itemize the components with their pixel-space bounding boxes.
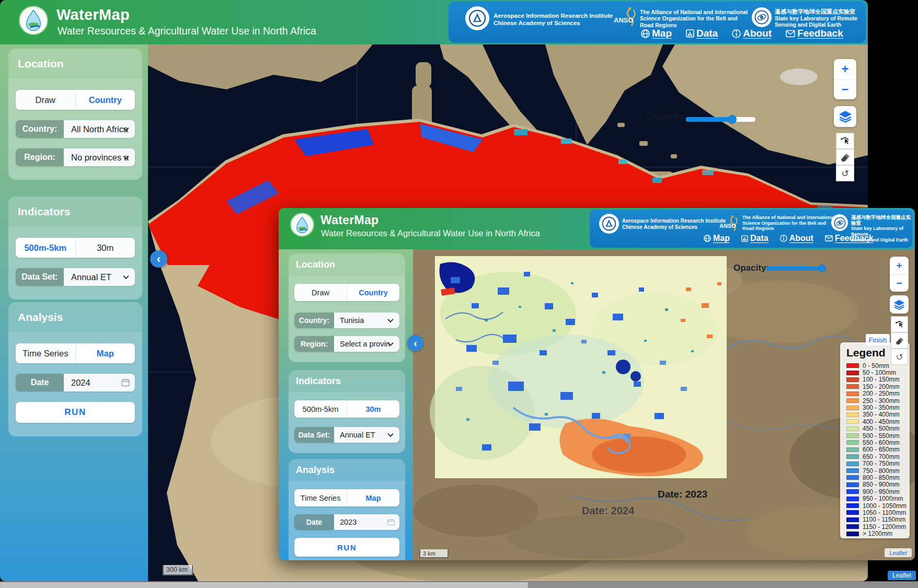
legend-swatch	[846, 371, 859, 375]
chevron-down-icon	[387, 431, 393, 437]
nav-map-link[interactable]: Map	[704, 234, 730, 243]
layers-icon	[893, 299, 905, 310]
date-label: Date	[16, 374, 64, 391]
run-button[interactable]: RUN	[16, 402, 135, 423]
draw-polygon-button[interactable]	[891, 316, 908, 332]
tab-map[interactable]: Map	[347, 489, 399, 506]
date-input[interactable]: 2024	[64, 374, 135, 391]
legend-entry: 50 - 100mm	[846, 369, 905, 376]
app-subtitle: Water Resources & Agricultural Water Use…	[58, 25, 316, 37]
region-field: Region: No provinces a	[16, 148, 135, 166]
legend-entry-label: 400 - 450mm	[863, 419, 900, 425]
tab-30m[interactable]: 30m	[75, 238, 135, 258]
map-date-label: Date: 2023	[658, 489, 707, 500]
leaflet-attribution[interactable]: Leaflet	[885, 548, 912, 557]
tab-draw[interactable]: Draw	[16, 90, 75, 110]
draw-polygon-button[interactable]	[836, 133, 854, 149]
app-title: WaterMap	[56, 6, 130, 24]
tab-time-series[interactable]: Time Series	[16, 343, 75, 363]
date-input[interactable]: 2023	[334, 514, 399, 530]
country-select[interactable]: Tunisia	[334, 313, 399, 328]
legend-entry-label: 900 - 950mm	[863, 489, 900, 495]
legend-swatch	[846, 454, 859, 459]
horizontal-scrollbar[interactable]	[0, 581, 918, 588]
tab-country[interactable]: Country	[75, 90, 135, 110]
opacity-slider-thumb[interactable]	[728, 115, 737, 124]
opacity-slider[interactable]	[766, 267, 823, 271]
run-button[interactable]: RUN	[294, 538, 399, 557]
app-header: WaterMap Water Resources & Agricultural …	[279, 208, 915, 249]
anso-logo: ANSO	[719, 215, 741, 234]
legend-entry-label: 50 - 100mm	[863, 370, 896, 376]
legend-entry-label: 600 - 650mm	[863, 446, 900, 453]
nav-feedback-label: Feedback	[835, 234, 874, 243]
leaflet-attribution-main[interactable]: Leaflet	[888, 571, 916, 580]
opacity-slider-thumb[interactable]	[818, 264, 826, 272]
country-select[interactable]: All North Africa	[64, 120, 135, 138]
nav-map-link[interactable]: Map	[641, 28, 672, 39]
legend-entry: 500 - 550mm	[846, 432, 905, 439]
nav-feedback-link[interactable]: Feedback	[825, 234, 874, 243]
map-canvas[interactable]: Opacity: + − ↺	[413, 249, 915, 560]
layers-button[interactable]	[834, 106, 856, 127]
legend-swatch	[846, 398, 859, 403]
region-label: Region:	[294, 336, 334, 352]
region-select[interactable]: Select a provin	[334, 336, 399, 352]
undo-button[interactable]: ↺	[836, 165, 854, 181]
legend-entry: 400 - 450mm	[846, 418, 905, 425]
nav-about-link[interactable]: About	[780, 234, 813, 243]
legend-entry: 700 - 750mm	[846, 460, 905, 467]
indicators-panel-title: Indicators	[289, 370, 405, 392]
legend-entry: 800 - 850mm	[846, 474, 905, 481]
dataset-select[interactable]: Annual ET	[334, 427, 399, 443]
leaflet-attribution-label: Leaflet	[892, 572, 911, 579]
legend-entry: 600 - 650mm	[846, 446, 905, 453]
resolution-tabs: 500m-5km 30m	[294, 400, 399, 418]
legend-swatch	[846, 447, 859, 452]
sidebar-collapse-button[interactable]: ‹	[407, 335, 423, 351]
region-select[interactable]: No provinces a	[64, 148, 135, 166]
legend-entry: 300 - 350mm	[846, 404, 905, 411]
cas-line1: Aerospace Information Research Institute	[622, 218, 726, 224]
header-nav: Map Data About Feedback	[641, 28, 843, 39]
nav-data-link[interactable]: Data	[686, 28, 718, 39]
opacity-slider[interactable]	[686, 117, 755, 122]
country-field: Country: All North Africa	[16, 120, 135, 138]
dataset-select[interactable]: Annual ET	[64, 268, 135, 286]
eraser-button[interactable]	[836, 149, 854, 165]
scale-bar: 3 km	[419, 549, 449, 558]
region-label: Region:	[16, 148, 64, 166]
tab-time-series[interactable]: Time Series	[294, 489, 347, 506]
tab-500m-5km[interactable]: 500m-5km	[16, 238, 75, 258]
zoom-in-button[interactable]: +	[834, 59, 856, 79]
nav-data-link[interactable]: Data	[741, 234, 768, 243]
analysis-panel: Analysis Time Series Map Date 2023 RUN	[289, 459, 405, 560]
date-value: 2023	[340, 518, 357, 526]
app-title: WaterMap	[320, 213, 378, 227]
dataset-field: Data Set: Annual ET	[294, 427, 399, 443]
tab-country[interactable]: Country	[347, 284, 399, 301]
tab-map[interactable]: Map	[75, 343, 135, 363]
tab-draw[interactable]: Draw	[294, 284, 347, 301]
nav-feedback-link[interactable]: Feedback	[786, 28, 843, 39]
tab-500m-5km[interactable]: 500m-5km	[294, 400, 347, 418]
layers-control	[834, 106, 856, 127]
undo-button[interactable]: ↺	[891, 349, 908, 365]
eraser-button[interactable]	[891, 332, 908, 349]
tab-30m[interactable]: 30m	[347, 400, 399, 418]
nav-about-link[interactable]: About	[732, 28, 772, 39]
legend-swatch	[846, 377, 859, 382]
header-orgs-panel: Aerospace Information Research Institute…	[449, 2, 866, 43]
layers-button[interactable]	[890, 295, 909, 314]
zoom-out-button[interactable]: −	[890, 274, 909, 292]
date-value: 2024	[71, 378, 90, 388]
legend-entry-label: 350 - 400mm	[863, 411, 900, 418]
legend-entry-label: 950 - 1000mm	[863, 495, 903, 502]
horizontal-scrollbar-thumb[interactable]	[0, 582, 528, 588]
zoom-in-button[interactable]: +	[890, 257, 909, 274]
dataset-field: Data Set: Annual ET	[16, 268, 135, 286]
legend-entry-label: 550 - 600mm	[863, 440, 900, 446]
nav-about-label: About	[789, 234, 813, 243]
sidebar-collapse-button[interactable]: ‹	[150, 250, 167, 268]
zoom-out-button[interactable]: −	[834, 79, 856, 99]
